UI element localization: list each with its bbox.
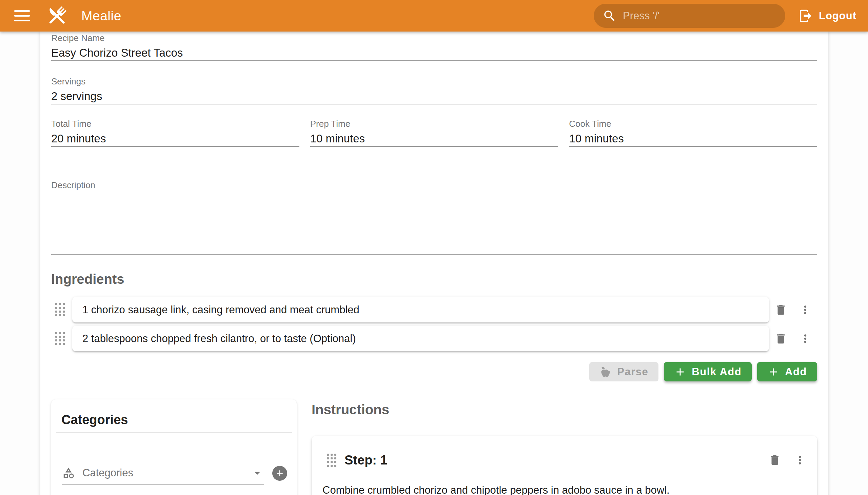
search-icon bbox=[602, 9, 617, 23]
menu-icon[interactable] bbox=[14, 9, 30, 23]
delete-ingredient-button[interactable] bbox=[773, 302, 789, 318]
categories-column: Categories Categories bbox=[51, 397, 297, 495]
apple-icon bbox=[599, 366, 612, 378]
mealie-logo-icon bbox=[46, 4, 68, 28]
categories-card-title: Categories bbox=[51, 399, 297, 427]
ingredient-actions-row: Parse Bulk Add Add bbox=[51, 362, 817, 381]
plus-icon bbox=[674, 366, 686, 378]
ingredient-input[interactable]: 2 tablespoons chopped fresh cilantro, or… bbox=[72, 326, 769, 351]
shapes-icon bbox=[62, 466, 75, 479]
parse-label: Parse bbox=[617, 366, 648, 378]
description-value[interactable] bbox=[51, 190, 817, 253]
categories-select[interactable]: Categories bbox=[62, 461, 264, 485]
step-title: Step: 1 bbox=[344, 452, 388, 468]
chevron-down-icon[interactable] bbox=[251, 466, 264, 480]
app-title: Mealie bbox=[81, 8, 121, 23]
total-time-field[interactable]: Total Time 20 minutes bbox=[51, 119, 300, 147]
bulk-add-button[interactable]: Bulk Add bbox=[664, 362, 752, 381]
ingredient-row: 1 chorizo sausage link, casing removed a… bbox=[55, 297, 817, 322]
prep-time-field[interactable]: Prep Time 10 minutes bbox=[310, 119, 558, 147]
step-card: Step: 1 Combine crumbled chorizo and chi… bbox=[311, 436, 817, 495]
ingredient-row: 2 tablespoons chopped fresh cilantro, or… bbox=[55, 326, 817, 351]
description-label: Description bbox=[51, 180, 817, 190]
delete-ingredient-button[interactable] bbox=[773, 331, 789, 346]
logout-label: Logout bbox=[819, 10, 856, 22]
cook-time-field[interactable]: Cook Time 10 minutes bbox=[569, 119, 817, 147]
add-label: Add bbox=[785, 366, 807, 378]
drag-handle-icon[interactable] bbox=[327, 454, 336, 467]
trash-icon bbox=[775, 304, 787, 316]
cook-time-value[interactable]: 10 minutes bbox=[569, 132, 817, 145]
lower-section: Categories Categories Inst bbox=[51, 397, 817, 495]
kebab-icon bbox=[799, 304, 812, 316]
total-time-label: Total Time bbox=[51, 119, 300, 129]
recipe-editor-sheet: Recipe Name Easy Chorizo Street Tacos Se… bbox=[40, 32, 828, 495]
delete-step-button[interactable] bbox=[767, 452, 783, 468]
plus-icon bbox=[275, 468, 285, 478]
parse-button[interactable]: Parse bbox=[589, 362, 659, 381]
bulk-add-label: Bulk Add bbox=[692, 366, 742, 378]
trash-icon bbox=[775, 332, 787, 345]
divider bbox=[56, 432, 292, 433]
kebab-icon bbox=[794, 454, 806, 466]
trash-icon bbox=[768, 454, 781, 466]
app-bar: Mealie Press '/' Logout bbox=[0, 0, 868, 32]
recipe-name-label: Recipe Name bbox=[51, 33, 817, 43]
total-time-value[interactable]: 20 minutes bbox=[51, 132, 300, 145]
description-field[interactable]: Description bbox=[51, 180, 817, 255]
instructions-heading: Instructions bbox=[311, 402, 817, 417]
add-category-button[interactable] bbox=[272, 466, 287, 481]
prep-time-value[interactable]: 10 minutes bbox=[310, 132, 558, 145]
prep-time-label: Prep Time bbox=[310, 119, 558, 129]
servings-value[interactable]: 2 servings bbox=[51, 90, 817, 103]
recipe-name-field[interactable]: Recipe Name Easy Chorizo Street Tacos bbox=[51, 32, 817, 61]
drag-handle-icon[interactable] bbox=[55, 332, 65, 345]
search-input[interactable]: Press '/' bbox=[594, 4, 785, 28]
cook-time-label: Cook Time bbox=[569, 119, 817, 129]
search-placeholder: Press '/' bbox=[623, 10, 660, 22]
drag-handle-icon[interactable] bbox=[55, 303, 65, 316]
ingredient-input[interactable]: 1 chorizo sausage link, casing removed a… bbox=[72, 297, 769, 322]
ingredient-menu-button[interactable] bbox=[798, 302, 813, 318]
step-menu-button[interactable] bbox=[792, 452, 807, 468]
logout-button[interactable]: Logout bbox=[798, 8, 856, 23]
ingredient-menu-button[interactable] bbox=[798, 331, 813, 346]
add-button[interactable]: Add bbox=[757, 362, 817, 381]
categories-card: Categories Categories bbox=[51, 399, 297, 495]
recipe-name-value[interactable]: Easy Chorizo Street Tacos bbox=[51, 47, 817, 59]
plus-icon bbox=[767, 366, 780, 378]
kebab-icon bbox=[799, 332, 812, 345]
servings-field[interactable]: Servings 2 servings bbox=[51, 76, 817, 104]
servings-label: Servings bbox=[51, 76, 817, 86]
ingredients-heading: Ingredients bbox=[51, 271, 817, 287]
step-text-input[interactable]: Combine crumbled chorizo and chipotle pe… bbox=[322, 483, 807, 495]
categories-select-label: Categories bbox=[82, 467, 251, 479]
logout-icon bbox=[798, 8, 813, 23]
instructions-column: Instructions Step: 1 Combine crumbled ch bbox=[311, 397, 817, 495]
time-fields-row: Total Time 20 minutes Prep Time 10 minut… bbox=[51, 119, 817, 147]
